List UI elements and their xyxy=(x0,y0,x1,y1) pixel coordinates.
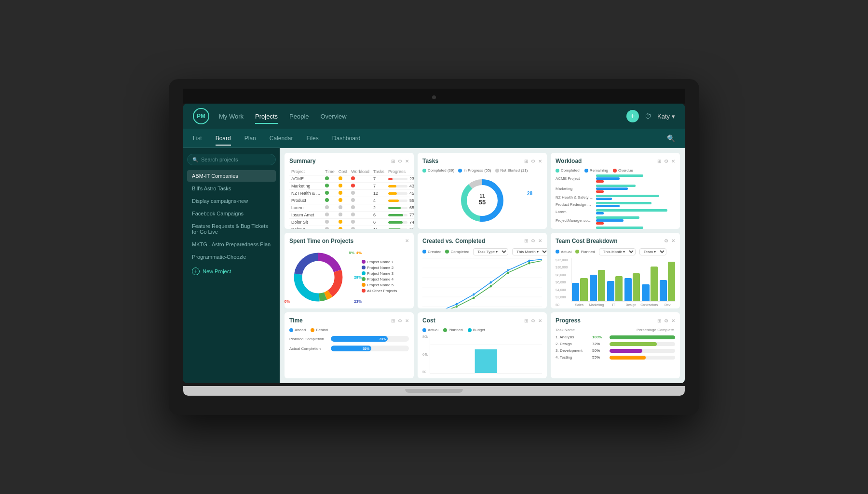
user-menu[interactable]: Katy ▾ xyxy=(657,113,675,120)
sidebar-item-display[interactable]: Display campaigns-new xyxy=(187,195,276,207)
tab-dashboard[interactable]: Dashboard xyxy=(332,133,361,144)
dashboard: Summary ⊞ ⚙ ✕ Project Time xyxy=(280,148,685,383)
widget-actions: ⊞ ⚙ ✕ xyxy=(391,159,409,164)
nav-projects[interactable]: Projects xyxy=(255,111,278,122)
month-filter-cost[interactable]: This Month ▾ xyxy=(599,248,636,255)
table-row: Dolor Sit 6 74% xyxy=(289,219,414,226)
search-input[interactable] xyxy=(201,157,271,162)
workload-row: Dolor Sit xyxy=(556,227,675,229)
expand-icon[interactable]: ⊞ xyxy=(524,238,528,243)
widget-spent-time: Spent Time on Projects ✕ xyxy=(285,233,414,309)
workload-actions: ⊞ ⚙ ✕ xyxy=(657,159,675,164)
svg-point-28 xyxy=(473,296,475,299)
tab-calendar[interactable]: Calendar xyxy=(270,133,293,144)
tab-plan[interactable]: Plan xyxy=(244,133,256,144)
close-icon[interactable]: ✕ xyxy=(538,159,542,164)
settings-icon[interactable]: ⚙ xyxy=(398,159,402,164)
tab-board[interactable]: Board xyxy=(216,133,231,144)
close-icon[interactable]: ✕ xyxy=(671,159,675,164)
expand-icon[interactable]: ⊞ xyxy=(524,318,528,323)
progress-actions: ⊞ ⚙ ✕ xyxy=(657,318,675,323)
cost-x-labels: Sales Marketing IT Design Contractors De… xyxy=(571,303,675,307)
nav-overview[interactable]: Overview xyxy=(321,111,347,122)
widget-created-completed: Created vs. Completed ⊞ ⚙ ✕ Created Comp… xyxy=(418,233,547,309)
sidebar-item-programmatic[interactable]: Programmatic-Choozle xyxy=(187,251,276,263)
team-filter[interactable]: Team ▾ xyxy=(639,248,666,255)
team-cost-filters: Actual Planned This Month ▾ Team ▾ xyxy=(556,248,675,255)
close-icon[interactable]: ✕ xyxy=(405,159,409,164)
sub-nav: List Board Plan Calendar Files Dashboard… xyxy=(183,129,685,148)
pct-28: 28% xyxy=(354,275,362,279)
close-icon[interactable]: ✕ xyxy=(671,238,675,243)
pct-4: 4% xyxy=(356,251,362,255)
expand-icon[interactable]: ⊞ xyxy=(657,159,661,164)
team-cost-chart: $12,000 $10,000 $8,000 $6,000 $4,000 $2,… xyxy=(556,258,675,307)
sidebar-item-mktg[interactable]: MKTG - Astro Preparedness Plan xyxy=(187,239,276,250)
workload-row: Product Redesign We... xyxy=(556,202,675,207)
timer-icon[interactable]: ⏱ xyxy=(645,112,651,120)
cost-area-chart xyxy=(430,335,542,374)
settings-icon[interactable]: ⚙ xyxy=(531,159,535,164)
expand-icon[interactable]: ⊞ xyxy=(391,159,395,164)
widget-progress-header: Progress ⊞ ⚙ ✕ xyxy=(556,317,675,324)
table-row: Product 4 55% xyxy=(289,197,414,204)
time-title: Time xyxy=(289,317,303,324)
widget-time-header: Time ⊞ ⚙ ✕ xyxy=(289,317,409,324)
expand-icon[interactable]: ⊞ xyxy=(524,159,528,164)
sidebar-item-feature[interactable]: Feature Requests & Bug Tickets for Go Li… xyxy=(187,220,276,238)
task-type-filter[interactable]: Task Type ▾ xyxy=(473,248,508,255)
sidebar-item-bills[interactable]: Bill's Astro Tasks xyxy=(187,183,276,194)
created-actions: ⊞ ⚙ ✕ xyxy=(524,238,542,243)
bar-marketing xyxy=(590,270,605,301)
cost-actions: ⊞ ⚙ ✕ xyxy=(524,318,542,323)
expand-icon[interactable]: ⊞ xyxy=(657,318,661,323)
tasks-title: Tasks xyxy=(422,158,438,164)
app-logo[interactable]: PM xyxy=(193,108,209,124)
sidebar-item-facebook[interactable]: Facebook Campaigns xyxy=(187,208,276,219)
sub-nav-links: List Board Plan Calendar Files Dashboard xyxy=(193,133,361,144)
tab-list[interactable]: List xyxy=(193,133,202,144)
search-projects-field[interactable]: 🔍 xyxy=(187,154,276,165)
close-icon[interactable]: ✕ xyxy=(405,318,409,323)
workload-title: Workload xyxy=(556,158,582,164)
progress-rows: 1. Analysis 100% 2. Design 72% xyxy=(556,335,675,360)
svg-rect-34 xyxy=(475,349,497,373)
svg-point-31 xyxy=(528,262,530,264)
settings-icon[interactable]: ⚙ xyxy=(531,318,535,323)
created-title: Created vs. Completed xyxy=(422,238,485,244)
search-icon[interactable]: 🔍 xyxy=(667,134,675,142)
expand-icon[interactable]: ⊞ xyxy=(391,318,395,323)
progress-testing: 4. Testing 55% xyxy=(556,355,675,360)
nav-my-work[interactable]: My Work xyxy=(219,111,244,122)
workload-row: Lorem xyxy=(556,209,675,214)
widget-team-cost: Team Cost Breakdown ⚙ ✕ Actual Planned T… xyxy=(551,233,680,309)
month-filter[interactable]: This Month ▾ xyxy=(512,248,547,255)
close-icon[interactable]: ✕ xyxy=(671,318,675,323)
close-icon[interactable]: ✕ xyxy=(538,238,542,243)
close-icon[interactable]: ✕ xyxy=(405,238,409,243)
progress-analysis: 1. Analysis 100% xyxy=(556,335,675,339)
workload-row: NZ Health & Safety De... xyxy=(556,195,675,200)
settings-icon[interactable]: ⚙ xyxy=(398,318,402,323)
table-row: Ipsum Amet 6 77% xyxy=(289,212,414,219)
svg-point-24 xyxy=(528,259,530,262)
nav-people[interactable]: People xyxy=(289,111,309,122)
svg-point-27 xyxy=(456,305,458,307)
close-icon[interactable]: ✕ xyxy=(538,318,542,323)
svg-text:11: 11 xyxy=(479,193,485,199)
settings-icon[interactable]: ⚙ xyxy=(531,238,535,243)
tasks-actions: ⊞ ⚙ ✕ xyxy=(524,159,542,164)
svg-point-30 xyxy=(507,271,509,274)
tab-files[interactable]: Files xyxy=(306,133,318,144)
settings-icon[interactable]: ⚙ xyxy=(664,318,668,323)
time-legend: Ahead Behind xyxy=(289,328,409,332)
widget-progress: Progress ⊞ ⚙ ✕ Task Name Percentage Comp… xyxy=(551,312,680,378)
add-button[interactable]: + xyxy=(626,110,639,122)
progress-design: 2. Design 72% xyxy=(556,342,675,346)
sidebar-item-abm[interactable]: ABM-IT Companies xyxy=(187,170,276,182)
new-project-button[interactable]: + New Project xyxy=(187,265,276,278)
settings-icon[interactable]: ⚙ xyxy=(664,159,668,164)
nav-right: + ⏱ Katy ▾ xyxy=(626,110,675,122)
bar-dev xyxy=(660,262,675,301)
settings-icon[interactable]: ⚙ xyxy=(664,238,668,243)
